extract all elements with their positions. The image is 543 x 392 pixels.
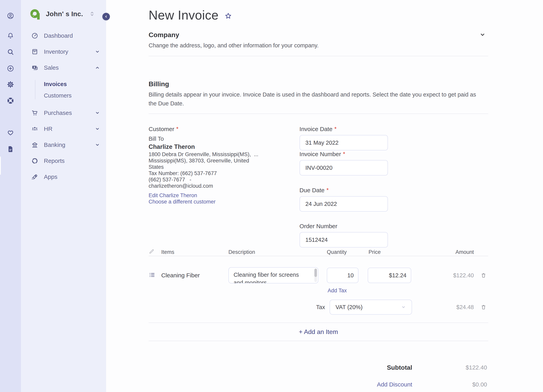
add-discount-link[interactable]: Add Discount: [149, 381, 412, 388]
item-amount: $122.40: [411, 272, 474, 279]
invoice-date-input[interactable]: [300, 135, 388, 150]
chevron-down-icon: [95, 142, 100, 148]
purchases-icon: [31, 109, 38, 116]
sidebar-item-dashboard[interactable]: Dashboard: [21, 28, 106, 44]
billing-section-description: Billing details appear in your invoice. …: [149, 90, 477, 108]
sidebar-item-sales[interactable]: Sales: [21, 60, 106, 76]
add-tax-link[interactable]: Add Tax: [328, 287, 347, 293]
choose-customer-link[interactable]: Choose a different customer: [149, 199, 300, 205]
favorites-icon[interactable]: [6, 129, 14, 137]
due-date-input[interactable]: [300, 196, 388, 212]
sidebar-item-label: Reports: [44, 158, 65, 164]
required-mark: *: [343, 151, 345, 157]
company-switch-icon[interactable]: [89, 11, 95, 17]
sales-icon: [31, 64, 38, 71]
tax-row: Tax VAT (20%) $24.48: [149, 300, 488, 315]
tax-select-value: VAT (20%): [335, 304, 362, 310]
quantity-input[interactable]: [327, 268, 358, 283]
chevron-up-icon: [95, 65, 100, 71]
company-section-title: Company: [149, 30, 179, 39]
items-table-header: Items Description Quantity Price Amount: [149, 248, 488, 256]
invoice-number-label: Invoice Number*: [300, 150, 388, 158]
notifications-icon[interactable]: [6, 32, 14, 40]
sidebar-item-label: Apps: [44, 173, 57, 180]
banking-icon: [31, 141, 38, 149]
items-table: Items Description Quantity Price Amount …: [149, 248, 488, 341]
tax-select[interactable]: VAT (20%): [330, 300, 412, 315]
bill-to-label: Bill To: [149, 135, 300, 142]
divider: [149, 341, 488, 341]
sidebar-item-hr[interactable]: HR: [21, 121, 106, 137]
sidebar-item-reports[interactable]: Reports: [21, 153, 106, 169]
delete-item-icon[interactable]: [481, 272, 486, 278]
inventory-icon: [31, 48, 38, 55]
customer-block: Customer* Bill To Charlize Theron 1800 D…: [149, 125, 300, 248]
chevron-down-icon[interactable]: [479, 31, 486, 38]
price-input[interactable]: [368, 268, 411, 283]
customer-phone: (662) 537-7677 -: [149, 177, 300, 183]
sidebar-collapse-button[interactable]: [102, 13, 110, 20]
customer-address-line: Mississippi(MS), 38703, Greenville, Unit…: [149, 158, 300, 164]
company-switcher[interactable]: John' s Inc.: [21, 0, 106, 19]
help-icon[interactable]: [6, 97, 14, 105]
invoice-fields: Invoice Date* Invoice Number* Due Date* …: [300, 125, 488, 248]
delete-tax-icon[interactable]: [481, 304, 486, 310]
sidebar-item-label: Inventory: [44, 48, 68, 55]
sidebar-item-customers[interactable]: Customers: [21, 90, 106, 101]
column-header-price: Price: [368, 249, 411, 255]
item-description-textarea[interactable]: Cleaning fiber for screens and monitors: [228, 267, 318, 283]
sidebar-item-label: Sales: [44, 64, 59, 71]
required-mark: *: [334, 126, 337, 132]
invoice-date-label: Invoice Date*: [300, 125, 388, 133]
favorite-star-icon[interactable]: [224, 12, 232, 20]
add-icon[interactable]: [6, 65, 14, 72]
sidebar-item-inventory[interactable]: Inventory: [21, 44, 106, 60]
due-date-label: Due Date*: [300, 187, 388, 194]
tax-amount: $24.48: [412, 304, 474, 310]
tax-label: Tax: [149, 304, 325, 310]
sidebar-item-invoices[interactable]: Invoices: [21, 78, 106, 90]
discount-row: Add Discount $0.00: [149, 380, 488, 389]
scrollbar-thumb[interactable]: [314, 269, 317, 277]
customer-address-line: States: [149, 164, 300, 170]
item-name[interactable]: Cleaning Fiber: [161, 272, 228, 279]
edit-customer-link[interactable]: Edit Charlize Theron: [149, 192, 300, 199]
app-window: John' s Inc. Dashboard Inventory Sales I…: [0, 0, 543, 392]
company-logo-icon: [30, 8, 41, 20]
column-header-description: Description: [228, 249, 318, 255]
chevron-down-icon: [401, 304, 406, 310]
search-icon[interactable]: [6, 48, 14, 56]
documents-icon[interactable]: [6, 145, 14, 153]
sidebar-item-banking[interactable]: Banking: [21, 137, 106, 153]
company-section: Company Change the address, logo, and ot…: [149, 30, 488, 56]
customer-tax-number: Tax Number: (662) 537-7677: [149, 170, 300, 177]
profile-icon[interactable]: [6, 12, 14, 20]
settings-icon[interactable]: [6, 81, 14, 88]
item-list-icon[interactable]: [149, 272, 155, 278]
sidebar-item-purchases[interactable]: Purchases: [21, 105, 106, 121]
sidebar-item-label: Purchases: [44, 110, 72, 116]
apps-icon: [31, 173, 38, 180]
invoice-number-input[interactable]: [300, 160, 388, 176]
column-header-quantity: Quantity: [327, 249, 358, 255]
customer-name: Charlize Theron: [149, 143, 300, 151]
hr-icon: [31, 125, 38, 133]
order-number-input[interactable]: [300, 232, 388, 248]
sidebar-item-apps[interactable]: Apps: [21, 169, 106, 185]
subtotal-row: Subtotal $122.40: [149, 363, 488, 372]
customer-email: charlizetheron@icloud.com: [149, 183, 300, 189]
item-row: Cleaning Fiber Cleaning fiber for screen…: [149, 267, 488, 283]
chevron-left-icon: [104, 15, 108, 19]
icon-rail: [0, 0, 21, 392]
sidebar-item-label: Banking: [44, 142, 65, 148]
main-content: New Invoice Company Change the address, …: [106, 0, 543, 392]
billing-section-title: Billing: [149, 80, 488, 88]
add-item-button[interactable]: + Add an Item: [299, 328, 338, 336]
chevron-down-icon: [95, 49, 100, 55]
chevron-down-icon: [95, 110, 100, 116]
sidebar-item-label: Customers: [44, 92, 72, 99]
company-section-description: Change the address, logo, and other info…: [149, 41, 488, 50]
customer-label: Customer*: [149, 125, 300, 133]
discount-value: $0.00: [412, 381, 488, 388]
divider: [149, 114, 488, 114]
